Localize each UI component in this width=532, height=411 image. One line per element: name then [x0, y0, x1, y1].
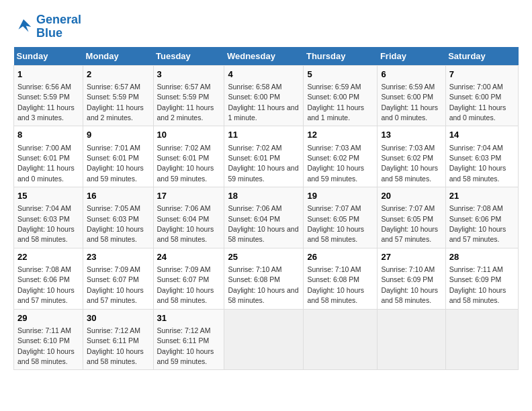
day-number: 30	[87, 312, 149, 324]
sunrise-text: Sunrise: 6:56 AM	[17, 83, 71, 91]
calendar-cell: 14 Sunrise: 7:04 AM Sunset: 6:03 PM Dayl…	[445, 126, 518, 187]
day-number: 3	[157, 68, 221, 81]
calendar-week-1: 1 Sunrise: 6:56 AM Sunset: 5:59 PM Dayli…	[14, 65, 519, 126]
sunset-text: Sunset: 6:02 PM	[307, 154, 359, 162]
sunset-text: Sunset: 6:03 PM	[449, 154, 502, 162]
calendar-cell: 7 Sunrise: 7:00 AM Sunset: 6:00 PM Dayli…	[445, 65, 518, 126]
sunset-text: Sunset: 6:07 PM	[87, 275, 139, 283]
daylight-text: Daylight: 10 hours and 58 minutes.	[87, 225, 144, 243]
header-cell-saturday: Saturday	[445, 47, 518, 66]
sunset-text: Sunset: 6:05 PM	[381, 215, 433, 223]
daylight-text: Daylight: 10 hours and 59 minutes.	[228, 164, 298, 182]
daylight-text: Daylight: 10 hours and 58 minutes.	[381, 286, 438, 304]
header-cell-tuesday: Tuesday	[153, 47, 224, 66]
sunrise-text: Sunrise: 7:07 AM	[307, 204, 361, 212]
day-number: 9	[87, 129, 149, 141]
calendar-cell: 29 Sunrise: 7:11 AM Sunset: 6:10 PM Dayl…	[14, 309, 83, 370]
calendar-week-4: 22 Sunrise: 7:08 AM Sunset: 6:06 PM Dayl…	[14, 248, 519, 309]
sunrise-text: Sunrise: 7:08 AM	[17, 265, 71, 273]
header-cell-wednesday: Wednesday	[224, 47, 304, 66]
daylight-text: Daylight: 10 hours and 58 minutes.	[157, 286, 214, 304]
sunset-text: Sunset: 5:59 PM	[17, 93, 70, 101]
logo-text: General Blue	[36, 13, 81, 40]
day-number: 19	[307, 190, 373, 202]
calendar-cell: 3 Sunrise: 6:57 AM Sunset: 5:59 PM Dayli…	[153, 65, 224, 126]
daylight-text: Daylight: 10 hours and 57 minutes.	[87, 286, 144, 304]
daylight-text: Daylight: 11 hours and 0 minutes.	[449, 103, 506, 122]
sunset-text: Sunset: 6:00 PM	[449, 93, 502, 101]
sunrise-text: Sunrise: 7:07 AM	[381, 204, 435, 212]
day-number: 18	[228, 190, 300, 202]
daylight-text: Daylight: 10 hours and 58 minutes.	[17, 347, 75, 365]
sunset-text: Sunset: 6:00 PM	[381, 93, 433, 101]
calendar-cell: 9 Sunrise: 7:01 AM Sunset: 6:01 PM Dayli…	[83, 126, 153, 187]
sunrise-text: Sunrise: 7:00 AM	[449, 83, 503, 91]
calendar-table: SundayMondayTuesdayWednesdayThursdayFrid…	[13, 47, 519, 371]
day-number: 1	[17, 68, 79, 81]
daylight-text: Daylight: 10 hours and 58 minutes.	[449, 286, 506, 304]
day-number: 26	[307, 251, 373, 263]
sunset-text: Sunset: 5:59 PM	[87, 93, 139, 101]
calendar-cell: 18 Sunrise: 7:06 AM Sunset: 6:04 PM Dayl…	[224, 187, 304, 248]
calendar-week-3: 15 Sunrise: 7:04 AM Sunset: 6:03 PM Dayl…	[14, 187, 519, 248]
sunrise-text: Sunrise: 7:09 AM	[157, 265, 211, 273]
sunset-text: Sunset: 5:59 PM	[157, 93, 210, 101]
sunrise-text: Sunrise: 7:04 AM	[17, 204, 71, 212]
day-number: 15	[17, 190, 79, 202]
calendar-cell: 20 Sunrise: 7:07 AM Sunset: 6:05 PM Dayl…	[378, 187, 445, 248]
day-number: 17	[157, 190, 221, 202]
day-number: 28	[449, 251, 515, 263]
calendar-cell: 2 Sunrise: 6:57 AM Sunset: 5:59 PM Dayli…	[83, 65, 153, 126]
daylight-text: Daylight: 10 hours and 58 minutes.	[87, 347, 144, 365]
day-number: 12	[307, 129, 373, 141]
sunset-text: Sunset: 6:07 PM	[157, 275, 210, 283]
calendar-cell: 26 Sunrise: 7:10 AM Sunset: 6:08 PM Dayl…	[304, 248, 378, 309]
sunset-text: Sunset: 6:08 PM	[228, 275, 280, 283]
day-number: 10	[157, 129, 221, 141]
sunrise-text: Sunrise: 7:11 AM	[449, 265, 503, 273]
sunset-text: Sunset: 6:11 PM	[157, 336, 210, 345]
day-number: 23	[87, 251, 149, 263]
calendar-cell: 13 Sunrise: 7:03 AM Sunset: 6:02 PM Dayl…	[378, 126, 445, 187]
calendar-cell: 22 Sunrise: 7:08 AM Sunset: 6:06 PM Dayl…	[14, 248, 83, 309]
sunset-text: Sunset: 6:04 PM	[157, 215, 210, 223]
day-number: 22	[17, 251, 79, 263]
sunset-text: Sunset: 6:11 PM	[87, 336, 139, 345]
calendar-cell: 11 Sunrise: 7:02 AM Sunset: 6:01 PM Dayl…	[224, 126, 304, 187]
svg-marker-0	[19, 19, 32, 32]
daylight-text: Daylight: 10 hours and 59 minutes.	[87, 164, 144, 182]
day-number: 27	[381, 251, 441, 263]
calendar-cell: 24 Sunrise: 7:09 AM Sunset: 6:07 PM Dayl…	[153, 248, 224, 309]
daylight-text: Daylight: 10 hours and 57 minutes.	[381, 225, 438, 243]
sunset-text: Sunset: 6:01 PM	[87, 154, 139, 162]
sunset-text: Sunset: 6:03 PM	[87, 215, 139, 223]
day-number: 4	[228, 68, 300, 81]
calendar-cell: 8 Sunrise: 7:00 AM Sunset: 6:01 PM Dayli…	[14, 126, 83, 187]
day-number: 21	[449, 190, 515, 202]
daylight-text: Daylight: 10 hours and 58 minutes.	[228, 286, 298, 304]
day-number: 29	[17, 312, 79, 324]
sunrise-text: Sunrise: 7:06 AM	[228, 204, 281, 212]
daylight-text: Daylight: 11 hours and 2 minutes.	[87, 103, 144, 122]
calendar-cell: 23 Sunrise: 7:09 AM Sunset: 6:07 PM Dayl…	[83, 248, 153, 309]
calendar-cell: 28 Sunrise: 7:11 AM Sunset: 6:09 PM Dayl…	[445, 248, 518, 309]
calendar-header: SundayMondayTuesdayWednesdayThursdayFrid…	[14, 47, 519, 66]
day-number: 13	[381, 129, 441, 141]
header-cell-sunday: Sunday	[14, 47, 83, 66]
sunrise-text: Sunrise: 7:10 AM	[381, 265, 435, 273]
header-cell-monday: Monday	[83, 47, 153, 66]
daylight-text: Daylight: 11 hours and 0 minutes.	[17, 164, 75, 182]
day-number: 14	[449, 129, 515, 141]
calendar-cell	[304, 309, 378, 370]
daylight-text: Daylight: 10 hours and 59 minutes.	[157, 347, 214, 365]
calendar-cell: 16 Sunrise: 7:05 AM Sunset: 6:03 PM Dayl…	[83, 187, 153, 248]
daylight-text: Daylight: 11 hours and 1 minute.	[307, 103, 364, 122]
sunrise-text: Sunrise: 6:57 AM	[87, 83, 140, 91]
calendar-cell: 19 Sunrise: 7:07 AM Sunset: 6:05 PM Dayl…	[304, 187, 378, 248]
sunset-text: Sunset: 6:01 PM	[157, 154, 210, 162]
daylight-text: Daylight: 10 hours and 58 minutes.	[157, 225, 214, 243]
header-row: SundayMondayTuesdayWednesdayThursdayFrid…	[14, 47, 519, 66]
calendar-cell	[224, 309, 304, 370]
sunset-text: Sunset: 6:10 PM	[17, 336, 70, 345]
sunrise-text: Sunrise: 7:12 AM	[157, 326, 211, 334]
